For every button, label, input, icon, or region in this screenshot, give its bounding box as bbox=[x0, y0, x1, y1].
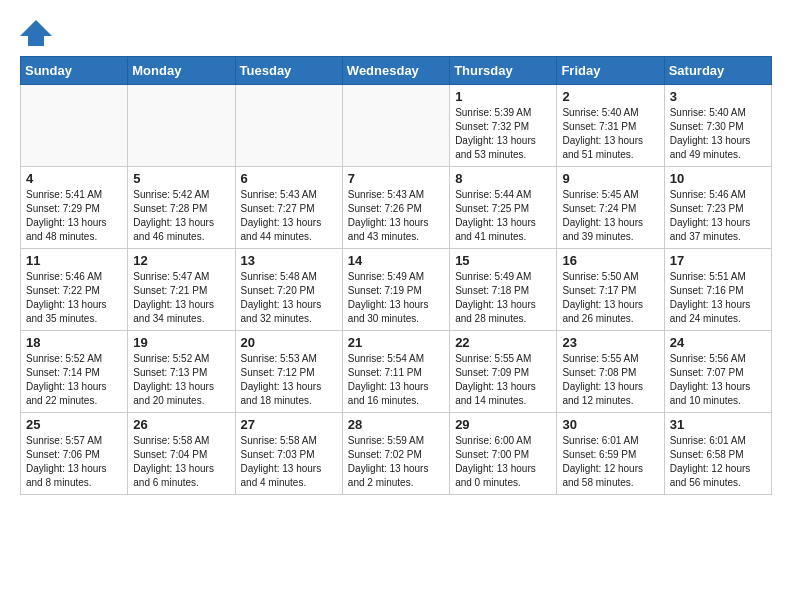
day-number: 16 bbox=[562, 253, 658, 268]
calendar-cell: 1Sunrise: 5:39 AM Sunset: 7:32 PM Daylig… bbox=[450, 85, 557, 167]
weekday-header-saturday: Saturday bbox=[664, 57, 771, 85]
calendar-cell bbox=[342, 85, 449, 167]
calendar-cell: 21Sunrise: 5:54 AM Sunset: 7:11 PM Dayli… bbox=[342, 331, 449, 413]
day-info: Sunrise: 5:46 AM Sunset: 7:22 PM Dayligh… bbox=[26, 270, 122, 326]
calendar-cell bbox=[128, 85, 235, 167]
day-info: Sunrise: 5:41 AM Sunset: 7:29 PM Dayligh… bbox=[26, 188, 122, 244]
day-number: 5 bbox=[133, 171, 229, 186]
day-number: 31 bbox=[670, 417, 766, 432]
calendar-cell: 5Sunrise: 5:42 AM Sunset: 7:28 PM Daylig… bbox=[128, 167, 235, 249]
calendar-cell: 7Sunrise: 5:43 AM Sunset: 7:26 PM Daylig… bbox=[342, 167, 449, 249]
calendar-table: SundayMondayTuesdayWednesdayThursdayFrid… bbox=[20, 56, 772, 495]
day-info: Sunrise: 5:58 AM Sunset: 7:04 PM Dayligh… bbox=[133, 434, 229, 490]
day-number: 1 bbox=[455, 89, 551, 104]
day-info: Sunrise: 5:55 AM Sunset: 7:09 PM Dayligh… bbox=[455, 352, 551, 408]
calendar-cell: 9Sunrise: 5:45 AM Sunset: 7:24 PM Daylig… bbox=[557, 167, 664, 249]
calendar-cell: 13Sunrise: 5:48 AM Sunset: 7:20 PM Dayli… bbox=[235, 249, 342, 331]
page-header bbox=[20, 20, 772, 46]
day-info: Sunrise: 5:58 AM Sunset: 7:03 PM Dayligh… bbox=[241, 434, 337, 490]
weekday-header-sunday: Sunday bbox=[21, 57, 128, 85]
day-info: Sunrise: 6:01 AM Sunset: 6:59 PM Dayligh… bbox=[562, 434, 658, 490]
day-number: 21 bbox=[348, 335, 444, 350]
weekday-header-thursday: Thursday bbox=[450, 57, 557, 85]
day-number: 15 bbox=[455, 253, 551, 268]
day-info: Sunrise: 5:46 AM Sunset: 7:23 PM Dayligh… bbox=[670, 188, 766, 244]
day-info: Sunrise: 5:50 AM Sunset: 7:17 PM Dayligh… bbox=[562, 270, 658, 326]
calendar-week-row: 11Sunrise: 5:46 AM Sunset: 7:22 PM Dayli… bbox=[21, 249, 772, 331]
day-number: 11 bbox=[26, 253, 122, 268]
day-number: 28 bbox=[348, 417, 444, 432]
day-info: Sunrise: 5:47 AM Sunset: 7:21 PM Dayligh… bbox=[133, 270, 229, 326]
day-number: 17 bbox=[670, 253, 766, 268]
calendar-cell: 23Sunrise: 5:55 AM Sunset: 7:08 PM Dayli… bbox=[557, 331, 664, 413]
day-info: Sunrise: 5:43 AM Sunset: 7:27 PM Dayligh… bbox=[241, 188, 337, 244]
logo-icon bbox=[20, 20, 52, 46]
day-number: 30 bbox=[562, 417, 658, 432]
calendar-cell: 8Sunrise: 5:44 AM Sunset: 7:25 PM Daylig… bbox=[450, 167, 557, 249]
day-number: 25 bbox=[26, 417, 122, 432]
calendar-cell: 19Sunrise: 5:52 AM Sunset: 7:13 PM Dayli… bbox=[128, 331, 235, 413]
calendar-cell: 6Sunrise: 5:43 AM Sunset: 7:27 PM Daylig… bbox=[235, 167, 342, 249]
day-info: Sunrise: 5:52 AM Sunset: 7:13 PM Dayligh… bbox=[133, 352, 229, 408]
day-info: Sunrise: 5:52 AM Sunset: 7:14 PM Dayligh… bbox=[26, 352, 122, 408]
calendar-cell: 27Sunrise: 5:58 AM Sunset: 7:03 PM Dayli… bbox=[235, 413, 342, 495]
calendar-cell: 15Sunrise: 5:49 AM Sunset: 7:18 PM Dayli… bbox=[450, 249, 557, 331]
calendar-cell: 4Sunrise: 5:41 AM Sunset: 7:29 PM Daylig… bbox=[21, 167, 128, 249]
calendar-cell: 14Sunrise: 5:49 AM Sunset: 7:19 PM Dayli… bbox=[342, 249, 449, 331]
day-info: Sunrise: 5:48 AM Sunset: 7:20 PM Dayligh… bbox=[241, 270, 337, 326]
day-number: 9 bbox=[562, 171, 658, 186]
calendar-cell: 22Sunrise: 5:55 AM Sunset: 7:09 PM Dayli… bbox=[450, 331, 557, 413]
calendar-cell: 11Sunrise: 5:46 AM Sunset: 7:22 PM Dayli… bbox=[21, 249, 128, 331]
calendar-cell bbox=[235, 85, 342, 167]
day-number: 8 bbox=[455, 171, 551, 186]
calendar-cell: 20Sunrise: 5:53 AM Sunset: 7:12 PM Dayli… bbox=[235, 331, 342, 413]
weekday-header-tuesday: Tuesday bbox=[235, 57, 342, 85]
day-info: Sunrise: 5:43 AM Sunset: 7:26 PM Dayligh… bbox=[348, 188, 444, 244]
calendar-cell bbox=[21, 85, 128, 167]
day-info: Sunrise: 5:40 AM Sunset: 7:31 PM Dayligh… bbox=[562, 106, 658, 162]
svg-marker-0 bbox=[20, 20, 52, 46]
day-number: 3 bbox=[670, 89, 766, 104]
calendar-cell: 3Sunrise: 5:40 AM Sunset: 7:30 PM Daylig… bbox=[664, 85, 771, 167]
calendar-cell: 25Sunrise: 5:57 AM Sunset: 7:06 PM Dayli… bbox=[21, 413, 128, 495]
day-info: Sunrise: 5:42 AM Sunset: 7:28 PM Dayligh… bbox=[133, 188, 229, 244]
day-info: Sunrise: 5:49 AM Sunset: 7:19 PM Dayligh… bbox=[348, 270, 444, 326]
calendar-cell: 30Sunrise: 6:01 AM Sunset: 6:59 PM Dayli… bbox=[557, 413, 664, 495]
day-number: 6 bbox=[241, 171, 337, 186]
day-info: Sunrise: 5:40 AM Sunset: 7:30 PM Dayligh… bbox=[670, 106, 766, 162]
calendar-cell: 26Sunrise: 5:58 AM Sunset: 7:04 PM Dayli… bbox=[128, 413, 235, 495]
day-info: Sunrise: 5:56 AM Sunset: 7:07 PM Dayligh… bbox=[670, 352, 766, 408]
calendar-header-row: SundayMondayTuesdayWednesdayThursdayFrid… bbox=[21, 57, 772, 85]
day-number: 13 bbox=[241, 253, 337, 268]
day-number: 10 bbox=[670, 171, 766, 186]
calendar-cell: 28Sunrise: 5:59 AM Sunset: 7:02 PM Dayli… bbox=[342, 413, 449, 495]
calendar-cell: 24Sunrise: 5:56 AM Sunset: 7:07 PM Dayli… bbox=[664, 331, 771, 413]
day-info: Sunrise: 6:00 AM Sunset: 7:00 PM Dayligh… bbox=[455, 434, 551, 490]
calendar-cell: 17Sunrise: 5:51 AM Sunset: 7:16 PM Dayli… bbox=[664, 249, 771, 331]
calendar-cell: 18Sunrise: 5:52 AM Sunset: 7:14 PM Dayli… bbox=[21, 331, 128, 413]
day-number: 7 bbox=[348, 171, 444, 186]
day-info: Sunrise: 5:57 AM Sunset: 7:06 PM Dayligh… bbox=[26, 434, 122, 490]
calendar-week-row: 25Sunrise: 5:57 AM Sunset: 7:06 PM Dayli… bbox=[21, 413, 772, 495]
weekday-header-monday: Monday bbox=[128, 57, 235, 85]
day-info: Sunrise: 5:45 AM Sunset: 7:24 PM Dayligh… bbox=[562, 188, 658, 244]
day-number: 18 bbox=[26, 335, 122, 350]
calendar-cell: 29Sunrise: 6:00 AM Sunset: 7:00 PM Dayli… bbox=[450, 413, 557, 495]
calendar-cell: 12Sunrise: 5:47 AM Sunset: 7:21 PM Dayli… bbox=[128, 249, 235, 331]
day-number: 24 bbox=[670, 335, 766, 350]
day-number: 22 bbox=[455, 335, 551, 350]
day-number: 14 bbox=[348, 253, 444, 268]
day-info: Sunrise: 6:01 AM Sunset: 6:58 PM Dayligh… bbox=[670, 434, 766, 490]
day-info: Sunrise: 5:51 AM Sunset: 7:16 PM Dayligh… bbox=[670, 270, 766, 326]
day-number: 29 bbox=[455, 417, 551, 432]
calendar-week-row: 1Sunrise: 5:39 AM Sunset: 7:32 PM Daylig… bbox=[21, 85, 772, 167]
day-number: 20 bbox=[241, 335, 337, 350]
calendar-week-row: 18Sunrise: 5:52 AM Sunset: 7:14 PM Dayli… bbox=[21, 331, 772, 413]
day-number: 2 bbox=[562, 89, 658, 104]
weekday-header-friday: Friday bbox=[557, 57, 664, 85]
calendar-cell: 2Sunrise: 5:40 AM Sunset: 7:31 PM Daylig… bbox=[557, 85, 664, 167]
day-info: Sunrise: 5:44 AM Sunset: 7:25 PM Dayligh… bbox=[455, 188, 551, 244]
day-info: Sunrise: 5:54 AM Sunset: 7:11 PM Dayligh… bbox=[348, 352, 444, 408]
calendar-cell: 10Sunrise: 5:46 AM Sunset: 7:23 PM Dayli… bbox=[664, 167, 771, 249]
day-number: 23 bbox=[562, 335, 658, 350]
